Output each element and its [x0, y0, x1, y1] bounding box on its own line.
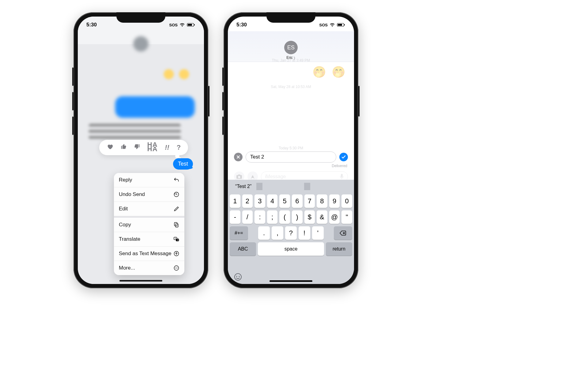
svg-rect-2	[194, 24, 195, 25]
tapback-haha-icon[interactable]: HAHA	[147, 143, 158, 152]
menu-reply-label: Reply	[119, 177, 132, 183]
suggestion-item[interactable]: “Test 2”	[232, 182, 254, 190]
timestamp: Thu, Jan 27 at 3:49 PM	[272, 58, 310, 63]
menu-send-text-label: Send as Text Message	[119, 251, 172, 257]
key-"[interactable]: "	[341, 210, 352, 224]
home-indicator[interactable]	[270, 280, 312, 282]
svg-rect-5	[174, 223, 177, 226]
svg-rect-16	[338, 24, 342, 26]
menu-translate[interactable]: Translate A文	[114, 232, 184, 247]
key--[interactable]: -	[230, 210, 240, 224]
battery-icon	[337, 23, 345, 27]
context-menu: Reply Undo Send Edit Copy Translate A文 S…	[114, 173, 184, 275]
key-4[interactable]: 4	[267, 194, 278, 208]
key-symbols[interactable]: #+=	[230, 226, 248, 240]
svg-text:A: A	[175, 237, 176, 239]
tapback-tail	[175, 154, 179, 158]
phone-left: 5:30 SOS	[74, 12, 208, 288]
selected-message-bubble[interactable]: Test	[173, 158, 193, 170]
check-icon	[341, 155, 346, 159]
tapback-question-icon[interactable]: ?	[177, 144, 181, 151]
key-space[interactable]: space	[258, 242, 324, 256]
key-7[interactable]: 7	[304, 194, 315, 208]
dictation-icon	[340, 174, 344, 180]
key-5[interactable]: 5	[279, 194, 290, 208]
emoji-keyboard-button[interactable]	[234, 273, 243, 282]
key-)[interactable]: )	[292, 210, 303, 224]
backspace-icon	[339, 229, 347, 237]
key-,[interactable]: ,	[272, 226, 283, 240]
compose-placeholder: iMessage	[265, 174, 286, 179]
divider	[256, 183, 262, 190]
edit-message-input[interactable]	[246, 151, 336, 163]
pencil-icon	[173, 206, 179, 212]
ellipsis-circle-icon	[173, 265, 179, 271]
keyboard: “Test 2” 1234567890 -/:;()$&@" #+= .,?!'…	[228, 180, 354, 284]
svg-point-20	[236, 276, 237, 277]
key-$[interactable]: $	[304, 210, 315, 224]
key-:[interactable]: :	[254, 210, 265, 224]
edit-message-row	[234, 151, 348, 163]
key-2[interactable]: 2	[242, 194, 253, 208]
key-?[interactable]: ?	[285, 226, 297, 240]
emoji-icon	[234, 273, 242, 281]
translate-icon: A文	[173, 236, 179, 242]
menu-more[interactable]: More...	[114, 261, 184, 275]
key-.[interactable]: .	[258, 226, 270, 240]
key-3[interactable]: 3	[254, 194, 265, 208]
menu-reply[interactable]: Reply	[114, 173, 184, 187]
menu-copy[interactable]: Copy	[114, 218, 184, 232]
menu-undo-send[interactable]: Undo Send	[114, 187, 184, 202]
cancel-edit-button[interactable]	[234, 153, 243, 161]
keyboard-row-4: ABC space return	[228, 241, 354, 257]
key-/[interactable]: /	[242, 210, 253, 224]
home-indicator[interactable]	[119, 280, 162, 282]
key-abc[interactable]: ABC	[230, 242, 256, 256]
conversation-header[interactable]: ES Eric❯	[228, 31, 354, 62]
svg-rect-4	[175, 224, 178, 227]
key-return[interactable]: return	[326, 242, 352, 256]
keyboard-row-3: #+= .,?!'	[228, 225, 354, 241]
tapback-thumbs-up-icon[interactable]	[121, 144, 127, 151]
menu-edit[interactable]: Edit	[114, 202, 184, 218]
status-time: 5:30	[86, 22, 97, 28]
avatar[interactable]: ES	[284, 41, 298, 54]
status-time: 5:30	[236, 22, 247, 28]
svg-rect-17	[344, 24, 345, 25]
key-;[interactable]: ;	[267, 210, 278, 224]
divider	[304, 183, 310, 190]
menu-send-as-text[interactable]: Send as Text Message	[114, 247, 184, 261]
svg-text:文: 文	[177, 239, 179, 241]
key-0[interactable]: 0	[341, 194, 352, 208]
key-9[interactable]: 9	[329, 194, 340, 208]
screen-right: 5:30 SOS ES Eric❯ Thu, Jan 27 at 3:49 PM…	[228, 17, 354, 284]
key-&[interactable]: &	[317, 210, 327, 224]
blurred-text-lines	[89, 124, 181, 139]
suggestion-bar: “Test 2”	[228, 180, 354, 193]
phone-right: 5:30 SOS ES Eric❯ Thu, Jan 27 at 3:49 PM…	[224, 12, 358, 288]
key-'[interactable]: '	[312, 226, 324, 240]
key-@[interactable]: @	[329, 210, 340, 224]
svg-point-19	[235, 274, 241, 280]
notch	[116, 12, 165, 23]
key-backspace[interactable]	[334, 226, 352, 240]
confirm-edit-button[interactable]	[339, 153, 348, 161]
tapback-heart-icon[interactable]	[107, 143, 113, 152]
key-8[interactable]: 8	[317, 194, 327, 208]
key-6[interactable]: 6	[292, 194, 303, 208]
arrow-up-circle-icon	[173, 251, 179, 257]
screen-left: 5:30 SOS	[78, 17, 204, 284]
key-1[interactable]: 1	[230, 194, 240, 208]
close-icon	[236, 155, 240, 159]
menu-translate-label: Translate	[119, 236, 140, 242]
tapback-thumbs-down-icon[interactable]	[134, 144, 140, 151]
blurred-avatar	[133, 36, 149, 52]
wifi-icon	[179, 23, 185, 27]
tapback-emphasis-icon[interactable]: !!	[165, 144, 169, 151]
key-([interactable]: (	[279, 210, 290, 224]
copy-icon	[173, 222, 179, 228]
menu-undo-label: Undo Send	[119, 191, 145, 197]
delivered-label: Delivered	[332, 164, 347, 168]
key-![interactable]: !	[299, 226, 310, 240]
emoji-message: 🤭 🤭	[312, 66, 347, 79]
